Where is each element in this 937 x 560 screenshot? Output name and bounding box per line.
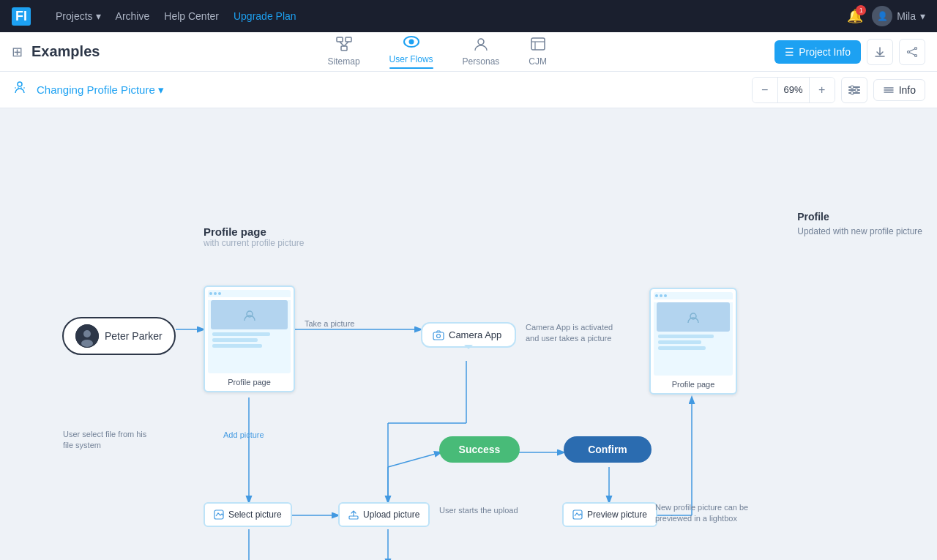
svg-point-45	[81, 340, 93, 347]
user-menu-button[interactable]: 👤 Mila ▾	[872, 6, 925, 26]
svg-point-48	[437, 334, 441, 337]
select-picture-node[interactable]: Select picture	[204, 502, 292, 527]
success-node[interactable]: Success	[439, 436, 520, 463]
tab-sitemap[interactable]: Sitemap	[322, 34, 366, 70]
zoom-out-button[interactable]: −	[753, 78, 777, 102]
toolbar-tabs: Sitemap User Flows Personas	[322, 31, 553, 72]
zoom-in-button[interactable]: +	[810, 78, 835, 102]
svg-rect-0	[337, 37, 343, 42]
logo[interactable]: FI	[12, 6, 38, 26]
screen-node-2[interactable]: Profile page	[649, 288, 737, 395]
chevron-down-icon: ▾	[158, 83, 164, 97]
nav-items: Projects ▾ Archive Help Center Upgrade P…	[56, 10, 296, 22]
svg-rect-2	[341, 46, 347, 51]
flow-type-icon	[12, 80, 28, 100]
tab-personas[interactable]: Personas	[457, 34, 506, 70]
svg-rect-8	[531, 38, 545, 50]
preview-desc: New profile picture can be previewed in …	[655, 502, 750, 525]
nav-right: 🔔 1 👤 Mila ▾	[847, 6, 925, 26]
svg-point-23	[851, 92, 854, 94]
svg-point-13	[907, 51, 909, 53]
canvas-toolbar-right: − 69% + Info	[752, 77, 925, 103]
screen-node-1[interactable]: Profile page	[204, 285, 295, 392]
nav-help[interactable]: Help Center	[164, 10, 219, 22]
sitemap-icon	[336, 37, 352, 55]
project-title: Examples	[31, 43, 100, 60]
grid-icon[interactable]: ⊞	[12, 44, 23, 60]
svg-line-35	[388, 452, 441, 467]
preview-picture-node[interactable]: Preview picture	[562, 502, 657, 527]
add-picture-label: Add picture	[223, 430, 264, 439]
nav-archive[interactable]: Archive	[116, 10, 150, 22]
side-info-profile: Profile Updated with new profile picture	[797, 211, 922, 238]
notification-button[interactable]: 🔔 1	[847, 8, 863, 24]
avatar: 👤	[872, 6, 892, 26]
screen-header-1	[208, 290, 291, 297]
svg-point-6	[408, 40, 414, 45]
canvas-settings-button[interactable]	[841, 77, 867, 103]
svg-line-3	[340, 42, 344, 46]
notification-badge: 1	[856, 5, 866, 15]
camera-desc: Camera App is activated and user takes a…	[526, 322, 613, 345]
project-info-icon: ☰	[785, 46, 794, 58]
user-node[interactable]: Peter Parker	[62, 317, 176, 355]
svg-point-12	[914, 54, 917, 56]
cjm-icon	[530, 37, 546, 55]
section-label: Profile page with current profile pictur…	[204, 225, 304, 248]
svg-line-14	[909, 48, 915, 51]
top-navigation: FI Projects ▾ Archive Help Center Upgrad…	[0, 0, 937, 32]
tab-userflows[interactable]: User Flows	[384, 31, 439, 72]
personas-icon	[473, 37, 489, 55]
upload-desc: User starts the upload	[439, 506, 518, 515]
toolbar-right: ☰ Project Info	[774, 39, 925, 65]
svg-line-15	[909, 52, 915, 54]
share-button[interactable]	[899, 39, 925, 65]
svg-rect-47	[433, 332, 444, 340]
svg-point-16	[18, 82, 22, 86]
nav-projects[interactable]: Projects ▾	[56, 10, 101, 22]
zoom-control: − 69% +	[752, 77, 835, 103]
svg-rect-51	[349, 516, 358, 519]
confirm-node[interactable]: Confirm	[564, 436, 652, 463]
svg-point-11	[914, 47, 917, 49]
canvas-toolbar: Changing Profile Picture ▾ − 69% + Info	[0, 72, 937, 108]
nav-upgrade[interactable]: Upgrade Plan	[234, 10, 296, 22]
svg-point-7	[478, 39, 484, 45]
main-toolbar: ⊞ Examples Sitemap User Fl	[0, 32, 937, 72]
info-button[interactable]: Info	[873, 79, 925, 101]
svg-rect-1	[346, 37, 351, 42]
download-button[interactable]	[867, 39, 893, 65]
take-picture-label: Take a picture	[305, 319, 354, 328]
svg-line-4	[344, 42, 348, 46]
project-info-button[interactable]: ☰ Project Info	[774, 40, 861, 64]
svg-point-44	[83, 330, 91, 337]
file-system-desc: User select file from his file system	[63, 429, 151, 452]
screen-header-2	[654, 292, 733, 299]
zoom-value: 69%	[777, 78, 810, 102]
canvas[interactable]: Profile page with current profile pictur…	[0, 108, 937, 560]
logo-text: FI	[12, 7, 31, 26]
upload-picture-node[interactable]: Upload picture	[338, 502, 430, 527]
flow-name[interactable]: Changing Profile Picture ▾	[37, 83, 164, 97]
user-avatar-node	[75, 324, 99, 348]
camera-node[interactable]: Camera App	[421, 322, 516, 348]
svg-point-21	[851, 86, 854, 89]
userflows-icon	[402, 34, 421, 53]
svg-point-22	[855, 89, 858, 92]
tab-cjm[interactable]: CJM	[523, 34, 553, 70]
